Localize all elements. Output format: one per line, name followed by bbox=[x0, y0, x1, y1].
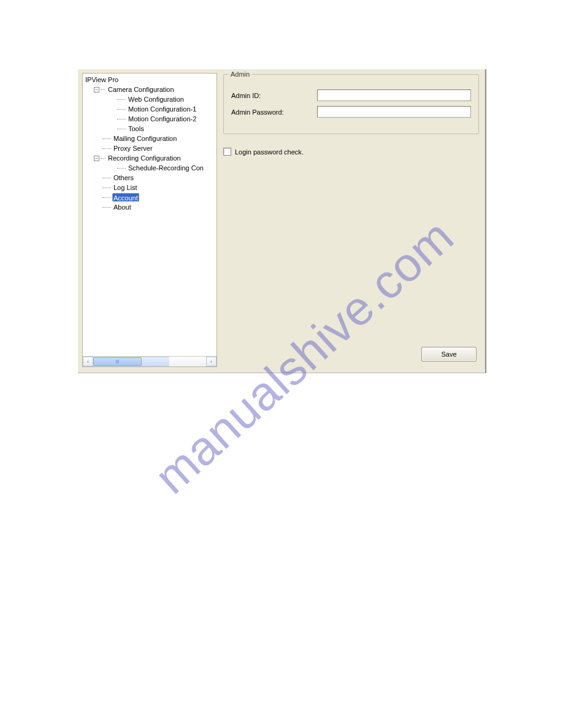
tree-item-root[interactable]: IPView Pro bbox=[84, 75, 216, 85]
tree-label: Others bbox=[112, 173, 135, 182]
tree-label: Camera Configuration bbox=[107, 85, 175, 94]
collapse-icon[interactable]: − bbox=[94, 156, 99, 161]
tree-item-web-config[interactable]: Web Configuration bbox=[84, 94, 216, 104]
admin-password-input[interactable] bbox=[317, 106, 471, 118]
tree-item-about[interactable]: About bbox=[84, 202, 216, 212]
tree-item-motion1[interactable]: Motion Configuration-1 bbox=[84, 104, 216, 114]
tree-item-motion2[interactable]: Motion Configuration-2 bbox=[84, 114, 216, 124]
horizontal-scrollbar[interactable]: ‹ › bbox=[83, 356, 216, 366]
admin-group: Admin Admin ID: Admin Password: bbox=[223, 74, 479, 134]
tree-item-account[interactable]: Account bbox=[84, 192, 216, 202]
tree-connector-icon bbox=[117, 119, 126, 119]
admin-id-input[interactable] bbox=[317, 89, 471, 101]
admin-id-row: Admin ID: bbox=[231, 89, 471, 101]
scroll-left-button[interactable]: ‹ bbox=[83, 357, 93, 366]
tree-item-schedule[interactable]: Schedule-Recording Con bbox=[84, 163, 216, 173]
tree-item-others[interactable]: Others bbox=[84, 173, 216, 183]
tree-label: About bbox=[112, 203, 132, 211]
tree-connector-icon bbox=[102, 148, 111, 149]
admin-group-title: Admin bbox=[229, 70, 251, 78]
tree-connector-icon bbox=[102, 197, 111, 198]
tree-connector-icon bbox=[117, 99, 126, 100]
tree-label: Web Configuration bbox=[127, 95, 185, 104]
tree-label: Tools bbox=[127, 124, 145, 133]
tree-item-mailing[interactable]: Mailing Configuration bbox=[84, 134, 216, 143]
login-check-row: Login password check. bbox=[223, 148, 479, 156]
tree-label: Mailing Configuration bbox=[112, 134, 178, 143]
admin-password-row: Admin Password: bbox=[231, 106, 471, 118]
tree-connector-icon bbox=[102, 207, 111, 208]
tree-label: Schedule-Recording Con bbox=[127, 164, 205, 172]
settings-window: IPView Pro − Camera Configuration Web Co… bbox=[78, 69, 486, 373]
admin-id-label: Admin ID: bbox=[231, 92, 317, 99]
tree-connector-icon bbox=[102, 178, 111, 178]
admin-password-label: Admin Password: bbox=[231, 108, 317, 116]
tree-label: Log List bbox=[112, 183, 139, 192]
login-check-checkbox[interactable] bbox=[223, 148, 231, 156]
tree-panel: IPView Pro − Camera Configuration Web Co… bbox=[82, 73, 217, 367]
tree-connector-icon bbox=[117, 129, 126, 129]
tree-item-camera-config[interactable]: − Camera Configuration bbox=[84, 85, 216, 94]
tree-label-selected: Account bbox=[112, 193, 139, 202]
tree-connector-icon bbox=[101, 89, 105, 90]
scroll-thumb[interactable] bbox=[93, 357, 142, 366]
tree-label: Recording Configuration bbox=[107, 154, 182, 162]
content-pane: Admin Admin ID: Admin Password: Login pa… bbox=[217, 69, 485, 373]
scroll-right-button[interactable]: › bbox=[206, 357, 216, 366]
tree-item-tools[interactable]: Tools bbox=[84, 124, 216, 134]
tree-item-recording[interactable]: − Recording Configuration bbox=[84, 153, 216, 163]
tree-item-loglist[interactable]: Log List bbox=[84, 183, 216, 192]
scroll-track-tail bbox=[169, 357, 206, 366]
save-button[interactable]: Save bbox=[421, 347, 477, 362]
tree-connector-icon bbox=[117, 168, 126, 169]
tree-connector-icon bbox=[102, 188, 111, 188]
tree-label: Proxy Server bbox=[112, 144, 154, 153]
collapse-icon[interactable]: − bbox=[94, 87, 99, 93]
tree-connector-icon bbox=[101, 158, 105, 159]
login-check-label: Login password check. bbox=[235, 148, 304, 156]
tree-item-proxy[interactable]: Proxy Server bbox=[84, 143, 216, 153]
tree-connector-icon bbox=[117, 109, 126, 110]
scroll-track[interactable] bbox=[93, 357, 169, 366]
tree-label: Motion Configuration-1 bbox=[127, 105, 197, 113]
tree-label-root: IPView Pro bbox=[84, 75, 120, 84]
tree-body: IPView Pro − Camera Configuration Web Co… bbox=[83, 74, 216, 356]
chevron-right-icon: › bbox=[210, 358, 212, 365]
tree-label: Motion Configuration-2 bbox=[127, 115, 197, 123]
chevron-left-icon: ‹ bbox=[87, 358, 89, 365]
tree-connector-icon bbox=[102, 138, 111, 139]
